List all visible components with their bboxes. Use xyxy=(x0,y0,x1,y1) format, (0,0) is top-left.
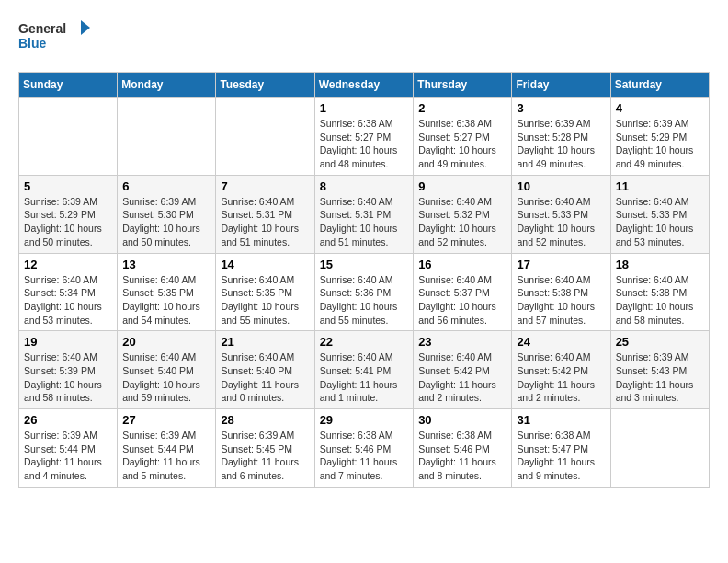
header-cell-thursday: Thursday xyxy=(414,73,512,98)
day-cell xyxy=(19,98,118,176)
day-cell: 30Sunrise: 6:38 AM Sunset: 5:46 PM Dayli… xyxy=(414,409,512,488)
day-cell: 5Sunrise: 6:39 AM Sunset: 5:29 PM Daylig… xyxy=(19,175,118,253)
day-info: Sunrise: 6:39 AM Sunset: 5:29 PM Dayligh… xyxy=(616,117,704,171)
week-row-4: 19Sunrise: 6:40 AM Sunset: 5:39 PM Dayli… xyxy=(19,331,710,409)
day-cell: 2Sunrise: 6:38 AM Sunset: 5:27 PM Daylig… xyxy=(414,98,512,176)
day-number: 31 xyxy=(517,413,605,427)
day-info: Sunrise: 6:39 AM Sunset: 5:43 PM Dayligh… xyxy=(616,350,704,405)
day-cell: 20Sunrise: 6:40 AM Sunset: 5:40 PM Dayli… xyxy=(118,331,216,409)
day-number: 16 xyxy=(418,258,506,271)
day-number: 24 xyxy=(517,335,605,349)
day-number: 18 xyxy=(616,258,704,271)
day-cell: 22Sunrise: 6:40 AM Sunset: 5:41 PM Dayli… xyxy=(314,331,414,409)
day-cell: 21Sunrise: 6:40 AM Sunset: 5:40 PM Dayli… xyxy=(216,331,314,409)
day-info: Sunrise: 6:38 AM Sunset: 5:27 PM Dayligh… xyxy=(320,117,409,171)
header-cell-friday: Friday xyxy=(512,73,610,98)
day-number: 23 xyxy=(418,335,506,349)
header-cell-tuesday: Tuesday xyxy=(216,73,314,98)
day-cell: 16Sunrise: 6:40 AM Sunset: 5:37 PM Dayli… xyxy=(414,253,512,331)
header: General Blue xyxy=(18,18,710,57)
day-cell: 25Sunrise: 6:39 AM Sunset: 5:43 PM Dayli… xyxy=(610,331,709,409)
header-cell-saturday: Saturday xyxy=(610,73,709,98)
day-info: Sunrise: 6:40 AM Sunset: 5:33 PM Dayligh… xyxy=(616,195,704,249)
day-number: 7 xyxy=(221,179,309,193)
day-cell: 18Sunrise: 6:40 AM Sunset: 5:38 PM Dayli… xyxy=(610,253,709,331)
day-info: Sunrise: 6:40 AM Sunset: 5:39 PM Dayligh… xyxy=(24,350,112,405)
day-info: Sunrise: 6:40 AM Sunset: 5:35 PM Dayligh… xyxy=(221,273,309,327)
day-info: Sunrise: 6:40 AM Sunset: 5:40 PM Dayligh… xyxy=(122,350,210,405)
day-cell xyxy=(216,98,314,176)
calendar-table: SundayMondayTuesdayWednesdayThursdayFrid… xyxy=(18,72,710,488)
day-info: Sunrise: 6:40 AM Sunset: 5:41 PM Dayligh… xyxy=(320,350,409,405)
week-row-3: 12Sunrise: 6:40 AM Sunset: 5:34 PM Dayli… xyxy=(19,253,710,331)
svg-text:General: General xyxy=(18,21,66,36)
day-cell: 13Sunrise: 6:40 AM Sunset: 5:35 PM Dayli… xyxy=(118,253,216,331)
header-cell-wednesday: Wednesday xyxy=(314,73,414,98)
day-info: Sunrise: 6:39 AM Sunset: 5:29 PM Dayligh… xyxy=(24,195,112,249)
day-info: Sunrise: 6:40 AM Sunset: 5:36 PM Dayligh… xyxy=(320,273,409,327)
logo: General Blue xyxy=(18,18,92,57)
day-info: Sunrise: 6:39 AM Sunset: 5:44 PM Dayligh… xyxy=(122,429,210,483)
header-cell-sunday: Sunday xyxy=(19,73,118,98)
day-cell: 4Sunrise: 6:39 AM Sunset: 5:29 PM Daylig… xyxy=(610,98,709,176)
day-info: Sunrise: 6:40 AM Sunset: 5:42 PM Dayligh… xyxy=(418,350,506,405)
week-row-2: 5Sunrise: 6:39 AM Sunset: 5:29 PM Daylig… xyxy=(19,175,710,253)
day-cell: 7Sunrise: 6:40 AM Sunset: 5:31 PM Daylig… xyxy=(216,175,314,253)
week-row-5: 26Sunrise: 6:39 AM Sunset: 5:44 PM Dayli… xyxy=(19,409,710,488)
day-cell: 23Sunrise: 6:40 AM Sunset: 5:42 PM Dayli… xyxy=(414,331,512,409)
day-number: 25 xyxy=(616,335,704,349)
day-info: Sunrise: 6:39 AM Sunset: 5:28 PM Dayligh… xyxy=(517,117,605,171)
header-row: SundayMondayTuesdayWednesdayThursdayFrid… xyxy=(19,73,710,98)
day-cell xyxy=(610,409,709,488)
day-info: Sunrise: 6:38 AM Sunset: 5:47 PM Dayligh… xyxy=(517,429,605,483)
day-number: 20 xyxy=(122,335,210,349)
day-info: Sunrise: 6:40 AM Sunset: 5:38 PM Dayligh… xyxy=(517,273,605,327)
day-number: 4 xyxy=(616,101,704,115)
day-cell: 27Sunrise: 6:39 AM Sunset: 5:44 PM Dayli… xyxy=(118,409,216,488)
day-number: 19 xyxy=(24,335,112,349)
day-info: Sunrise: 6:40 AM Sunset: 5:42 PM Dayligh… xyxy=(517,350,605,405)
week-row-1: 1Sunrise: 6:38 AM Sunset: 5:27 PM Daylig… xyxy=(19,98,710,176)
day-number: 11 xyxy=(616,179,704,193)
day-cell: 28Sunrise: 6:39 AM Sunset: 5:45 PM Dayli… xyxy=(216,409,314,488)
day-number: 1 xyxy=(320,101,409,115)
day-info: Sunrise: 6:39 AM Sunset: 5:44 PM Dayligh… xyxy=(24,429,112,483)
day-info: Sunrise: 6:40 AM Sunset: 5:34 PM Dayligh… xyxy=(24,273,112,327)
day-info: Sunrise: 6:40 AM Sunset: 5:40 PM Dayligh… xyxy=(221,350,309,405)
day-number: 2 xyxy=(418,101,506,115)
day-cell: 14Sunrise: 6:40 AM Sunset: 5:35 PM Dayli… xyxy=(216,253,314,331)
day-cell: 6Sunrise: 6:39 AM Sunset: 5:30 PM Daylig… xyxy=(118,175,216,253)
day-cell: 11Sunrise: 6:40 AM Sunset: 5:33 PM Dayli… xyxy=(610,175,709,253)
svg-marker-2 xyxy=(81,20,90,35)
day-number: 5 xyxy=(24,179,112,193)
day-number: 9 xyxy=(418,179,506,193)
day-cell: 10Sunrise: 6:40 AM Sunset: 5:33 PM Dayli… xyxy=(512,175,610,253)
day-info: Sunrise: 6:40 AM Sunset: 5:31 PM Dayligh… xyxy=(221,195,309,249)
day-number: 21 xyxy=(221,335,309,349)
day-info: Sunrise: 6:40 AM Sunset: 5:33 PM Dayligh… xyxy=(517,195,605,249)
day-info: Sunrise: 6:40 AM Sunset: 5:35 PM Dayligh… xyxy=(122,273,210,327)
day-cell: 3Sunrise: 6:39 AM Sunset: 5:28 PM Daylig… xyxy=(512,98,610,176)
day-number: 12 xyxy=(24,258,112,271)
day-info: Sunrise: 6:39 AM Sunset: 5:30 PM Dayligh… xyxy=(122,195,210,249)
day-number: 22 xyxy=(320,335,409,349)
day-cell: 17Sunrise: 6:40 AM Sunset: 5:38 PM Dayli… xyxy=(512,253,610,331)
day-info: Sunrise: 6:40 AM Sunset: 5:32 PM Dayligh… xyxy=(418,195,506,249)
day-cell: 24Sunrise: 6:40 AM Sunset: 5:42 PM Dayli… xyxy=(512,331,610,409)
day-info: Sunrise: 6:38 AM Sunset: 5:46 PM Dayligh… xyxy=(320,429,409,483)
day-info: Sunrise: 6:40 AM Sunset: 5:37 PM Dayligh… xyxy=(418,273,506,327)
day-cell: 12Sunrise: 6:40 AM Sunset: 5:34 PM Dayli… xyxy=(19,253,118,331)
day-info: Sunrise: 6:38 AM Sunset: 5:46 PM Dayligh… xyxy=(418,429,506,483)
day-number: 15 xyxy=(320,258,409,271)
day-number: 30 xyxy=(418,413,506,427)
day-cell: 31Sunrise: 6:38 AM Sunset: 5:47 PM Dayli… xyxy=(512,409,610,488)
day-info: Sunrise: 6:40 AM Sunset: 5:38 PM Dayligh… xyxy=(616,273,704,327)
day-cell: 26Sunrise: 6:39 AM Sunset: 5:44 PM Dayli… xyxy=(19,409,118,488)
day-number: 29 xyxy=(320,413,409,427)
day-cell: 29Sunrise: 6:38 AM Sunset: 5:46 PM Dayli… xyxy=(314,409,414,488)
day-cell: 9Sunrise: 6:40 AM Sunset: 5:32 PM Daylig… xyxy=(414,175,512,253)
day-info: Sunrise: 6:40 AM Sunset: 5:31 PM Dayligh… xyxy=(320,195,409,249)
day-number: 28 xyxy=(221,413,309,427)
day-number: 26 xyxy=(24,413,112,427)
day-cell xyxy=(118,98,216,176)
